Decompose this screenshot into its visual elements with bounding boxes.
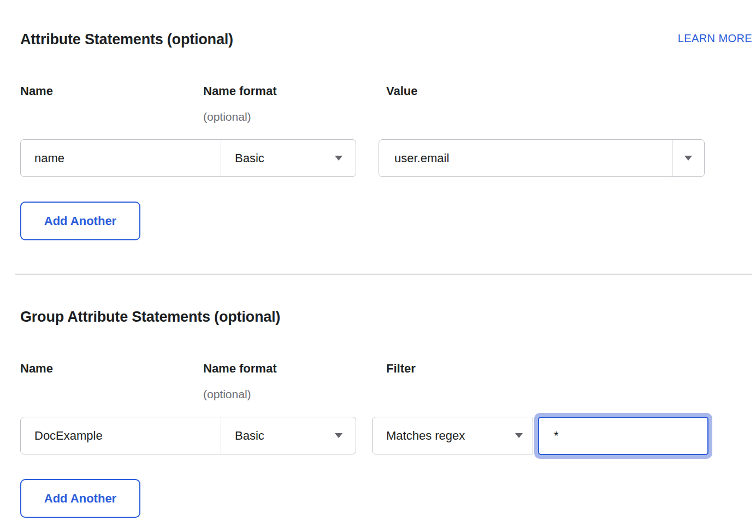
saml-attribute-settings-form: Attribute Statements (optional) LEARN MO…: [0, 0, 756, 532]
attribute-value-input[interactable]: [379, 139, 672, 177]
group-filter-type-select[interactable]: Matches regex: [372, 417, 533, 454]
group-name-format-optional-note: (optional): [203, 388, 251, 401]
attribute-statements-title: Attribute Statements (optional): [20, 31, 233, 48]
name-format-optional-note: (optional): [203, 110, 251, 123]
learn-more-link[interactable]: LEARN MORE: [678, 32, 752, 45]
add-another-attribute-button[interactable]: Add Another: [20, 202, 140, 240]
section-divider: [15, 274, 752, 275]
column-label-name: Name: [20, 84, 53, 98]
group-column-label-name-format: Name format: [203, 362, 276, 376]
filter-value-focus-ring: [534, 413, 712, 459]
add-another-group-attribute-button[interactable]: Add Another: [20, 479, 140, 518]
dropdown-arrow-icon: [335, 433, 342, 438]
column-label-name-format: Name format: [203, 84, 276, 98]
dropdown-arrow-icon: [335, 156, 342, 161]
group-name-format-value: Basic: [235, 429, 264, 443]
group-attribute-statements-title: Group Attribute Statements (optional): [20, 309, 280, 326]
group-attribute-name-input[interactable]: [20, 417, 221, 454]
group-filter-value-input[interactable]: [538, 417, 708, 455]
group-column-label-name: Name: [20, 362, 53, 376]
dropdown-arrow-icon: [684, 156, 692, 161]
column-label-value: Value: [386, 84, 417, 98]
attribute-name-format-select[interactable]: Basic: [221, 139, 356, 177]
attribute-name-input[interactable]: [20, 139, 221, 177]
attribute-name-format-value: Basic: [235, 151, 264, 165]
group-name-format-select[interactable]: Basic: [221, 417, 356, 454]
attribute-value-dropdown-button[interactable]: [672, 139, 705, 177]
group-filter-type-value: Matches regex: [386, 429, 465, 443]
dropdown-arrow-icon: [515, 433, 523, 438]
group-column-label-filter: Filter: [386, 362, 416, 376]
